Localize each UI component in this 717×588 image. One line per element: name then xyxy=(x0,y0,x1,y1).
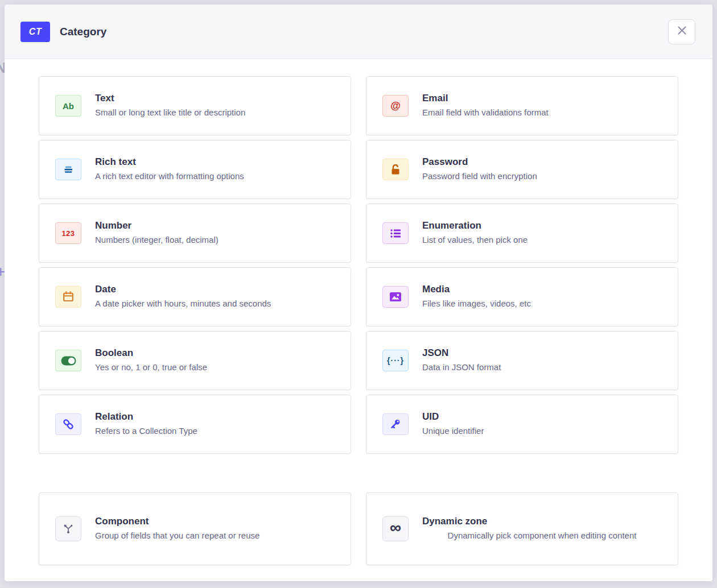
align-lines-icon xyxy=(63,165,74,174)
field-title: JSON xyxy=(422,347,662,359)
field-card-component[interactable]: Component Group of fields that you can r… xyxy=(39,492,351,565)
card-text: JSON Data in JSON format xyxy=(422,347,662,373)
number-icon: 123 xyxy=(55,222,81,244)
calendar-icon xyxy=(62,291,75,303)
password-icon xyxy=(382,159,409,180)
select-field-modal: CT Category Ab Text Small or long text l… xyxy=(5,5,712,581)
json-icon: {···} xyxy=(382,350,409,371)
card-text: Rich text A rich text editor with format… xyxy=(95,156,335,182)
field-description: A date picker with hours, minutes and se… xyxy=(95,298,335,309)
field-title: Number xyxy=(95,220,335,231)
field-description: List of values, then pick one xyxy=(422,234,662,246)
field-title: Text xyxy=(95,93,335,104)
modal-header: CT Category xyxy=(5,5,712,59)
field-title: Rich text xyxy=(95,156,335,168)
dynamic-zone-icon: ∞ xyxy=(382,516,409,541)
field-description: Group of fields that you can repeat or r… xyxy=(95,530,335,541)
branch-nodes-icon xyxy=(63,523,74,535)
card-text: Enumeration List of values, then pick on… xyxy=(422,220,662,246)
chain-link-icon xyxy=(62,418,75,430)
media-icon xyxy=(382,286,409,308)
at-glyph: @ xyxy=(390,100,401,112)
123-glyph: 123 xyxy=(61,229,75,238)
email-icon: @ xyxy=(382,95,409,117)
bullet-list-icon xyxy=(390,229,401,238)
card-text: Number Numbers (integer, float, decimal) xyxy=(95,220,335,246)
component-icon xyxy=(55,516,81,541)
field-title: Component xyxy=(95,516,335,527)
field-card-boolean[interactable]: Boolean Yes or no, 1 or 0, true or false xyxy=(39,331,351,390)
ab-glyph: Ab xyxy=(63,101,74,111)
field-card-dynamic-zone[interactable]: ∞ Dynamic zone Dynamically pick componen… xyxy=(366,492,678,565)
braces-glyph: {···} xyxy=(387,356,404,365)
field-title: UID xyxy=(422,411,662,423)
field-title: Date xyxy=(95,284,335,295)
key-icon xyxy=(389,418,402,430)
card-text: UID Unique identifier xyxy=(422,411,662,437)
relation-icon xyxy=(55,413,81,435)
field-card-uid[interactable]: UID Unique identifier xyxy=(366,395,678,454)
card-text: Component Group of fields that you can r… xyxy=(95,516,335,541)
field-card-media[interactable]: Media Files like images, videos, etc xyxy=(366,267,678,326)
card-text: Password Password field with encryption xyxy=(422,156,662,182)
field-description: Yes or no, 1 or 0, true or false xyxy=(95,362,335,373)
content-type-badge: CT xyxy=(20,22,50,42)
close-button[interactable] xyxy=(668,19,695,44)
field-card-email[interactable]: @ Email Email field with validations for… xyxy=(366,76,678,135)
field-card-password[interactable]: Password Password field with encryption xyxy=(366,140,678,199)
modal-body: Ab Text Small or long text like title or… xyxy=(5,59,712,581)
field-title: Media xyxy=(422,284,662,295)
open-lock-icon xyxy=(389,163,402,176)
card-text: Text Small or long text like title or de… xyxy=(95,93,335,118)
infinity-glyph: ∞ xyxy=(390,521,401,534)
field-card-relation[interactable]: Relation Refers to a Collection Type xyxy=(39,395,351,454)
enumeration-icon xyxy=(382,222,409,244)
field-description: Password field with encryption xyxy=(422,171,662,182)
close-icon xyxy=(677,26,687,38)
card-text: Date A date picker with hours, minutes a… xyxy=(95,284,335,309)
field-title: Email xyxy=(422,93,662,104)
field-description: Numbers (integer, float, decimal) xyxy=(95,234,335,246)
field-description: Unique identifier xyxy=(422,425,662,437)
toggle-on-icon xyxy=(61,356,76,366)
date-icon xyxy=(55,286,81,308)
field-description: A rich text editor with formatting optio… xyxy=(95,171,335,182)
field-description: Files like images, videos, etc xyxy=(422,298,662,309)
card-text: Boolean Yes or no, 1 or 0, true or false xyxy=(95,347,335,373)
field-title: Password xyxy=(422,156,662,168)
field-title: Enumeration xyxy=(422,220,662,231)
field-description: Small or long text like title or descrip… xyxy=(95,107,335,118)
uid-icon xyxy=(382,413,409,435)
field-description: Data in JSON format xyxy=(422,362,662,373)
default-fields-grid: Ab Text Small or long text like title or… xyxy=(39,76,678,454)
field-description: Refers to a Collection Type xyxy=(95,425,335,437)
card-text: Relation Refers to a Collection Type xyxy=(95,411,335,437)
richtext-icon xyxy=(55,159,81,180)
field-card-number[interactable]: 123 Number Numbers (integer, float, deci… xyxy=(39,204,351,263)
field-description: Email field with validations format xyxy=(422,107,662,118)
text-icon: Ab xyxy=(55,95,81,117)
field-title: Dynamic zone xyxy=(422,516,662,527)
field-card-enumeration[interactable]: Enumeration List of values, then pick on… xyxy=(366,204,678,263)
card-text: Email Email field with validations forma… xyxy=(422,93,662,118)
field-card-json[interactable]: {···} JSON Data in JSON format xyxy=(366,331,678,390)
picture-icon xyxy=(389,292,402,302)
boolean-icon xyxy=(55,350,81,371)
components-grid: Component Group of fields that you can r… xyxy=(39,492,678,565)
card-text: Dynamic zone Dynamically pick component … xyxy=(422,516,662,541)
field-card-richtext[interactable]: Rich text A rich text editor with format… xyxy=(39,140,351,199)
field-title: Relation xyxy=(95,411,335,423)
field-title: Boolean xyxy=(95,347,335,359)
modal-title: Category xyxy=(60,26,106,38)
field-description: Dynamically pick component when editing … xyxy=(422,530,662,541)
card-text: Media Files like images, videos, etc xyxy=(422,284,662,309)
field-card-date[interactable]: Date A date picker with hours, minutes a… xyxy=(39,267,351,326)
field-card-text[interactable]: Ab Text Small or long text like title or… xyxy=(39,76,351,135)
